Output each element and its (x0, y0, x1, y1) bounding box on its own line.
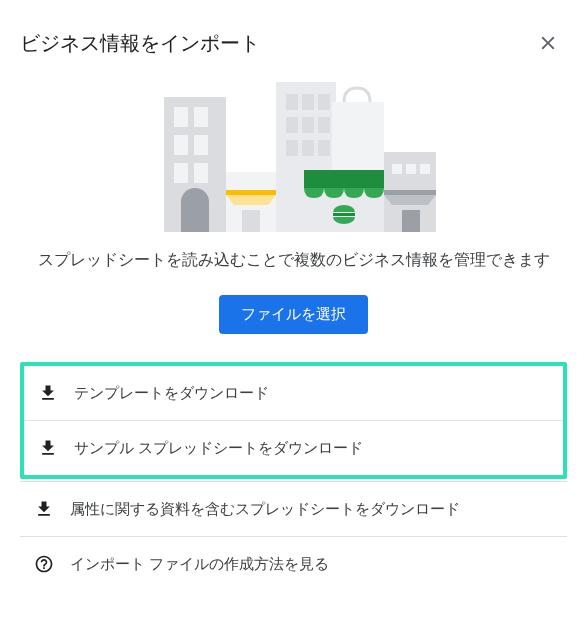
highlighted-downloads: テンプレートをダウンロード サンプル スプレッドシートをダウンロード (20, 362, 567, 479)
svg-rect-25 (392, 164, 402, 174)
svg-rect-4 (194, 135, 208, 155)
select-file-button[interactable]: ファイルを選択 (219, 295, 368, 334)
download-attributes-label: 属性に関する資料を含むスプレッドシートをダウンロード (70, 500, 460, 519)
download-icon (36, 383, 60, 403)
download-sample-link[interactable]: サンプル スプレッドシートをダウンロード (24, 420, 563, 475)
svg-rect-5 (174, 163, 188, 183)
svg-rect-13 (318, 94, 330, 110)
svg-rect-8 (226, 190, 276, 195)
how-to-create-label: インポート ファイルの作成方法を見る (70, 555, 329, 574)
svg-rect-15 (302, 117, 314, 133)
svg-rect-14 (286, 117, 298, 133)
svg-rect-19 (318, 140, 330, 156)
download-template-link[interactable]: テンプレートをダウンロード (24, 366, 563, 420)
svg-rect-6 (194, 163, 208, 183)
svg-rect-17 (286, 140, 298, 156)
svg-rect-12 (302, 94, 314, 110)
help-icon (32, 554, 56, 574)
svg-rect-16 (318, 117, 330, 133)
dialog-description: スプレッドシートを読み込むことで複数のビジネス情報を管理できます (20, 246, 567, 273)
svg-rect-22 (304, 170, 384, 188)
svg-rect-28 (384, 190, 436, 195)
svg-rect-9 (242, 210, 260, 232)
svg-rect-29 (402, 210, 420, 232)
download-sample-label: サンプル スプレッドシートをダウンロード (74, 439, 363, 458)
download-template-label: テンプレートをダウンロード (74, 384, 269, 403)
svg-rect-2 (194, 107, 208, 127)
svg-rect-27 (420, 164, 430, 174)
download-icon (36, 438, 60, 458)
dialog-header: ビジネス情報をインポート (20, 24, 567, 62)
svg-rect-23 (333, 213, 355, 216)
import-dialog: ビジネス情報をインポート (0, 0, 587, 591)
buildings-illustration (20, 72, 567, 232)
dialog-title: ビジネス情報をインポート (20, 30, 260, 57)
how-to-create-link[interactable]: インポート ファイルの作成方法を見る (20, 537, 567, 591)
close-button[interactable] (529, 24, 567, 62)
download-attributes-link[interactable]: 属性に関する資料を含むスプレッドシートをダウンロード (20, 482, 567, 536)
svg-rect-20 (332, 102, 384, 170)
download-icon (32, 499, 56, 519)
svg-rect-1 (174, 107, 188, 127)
svg-rect-26 (406, 164, 416, 174)
close-icon (537, 32, 559, 54)
svg-rect-11 (286, 94, 298, 110)
svg-rect-18 (302, 140, 314, 156)
svg-rect-3 (174, 135, 188, 155)
